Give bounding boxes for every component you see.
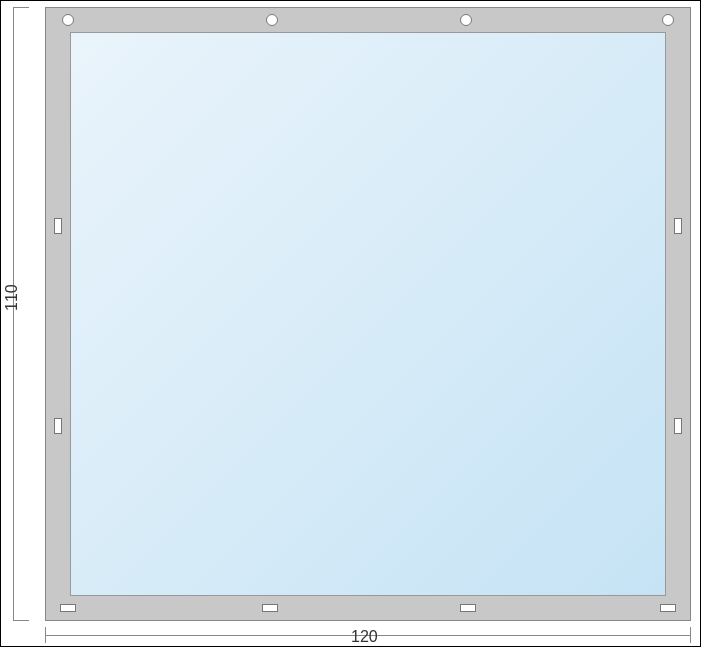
dimension-width-label: 120 — [351, 628, 378, 646]
mount-slot-bottom-3 — [460, 604, 476, 612]
mount-hole-top-3 — [460, 14, 472, 26]
mount-slot-right-2 — [674, 418, 682, 434]
drawing-canvas: 110 120 — [1, 1, 700, 646]
mount-slot-bottom-1 — [60, 604, 76, 612]
mount-slot-left-2 — [54, 418, 62, 434]
mount-hole-top-4 — [662, 14, 674, 26]
window-frame — [45, 7, 691, 621]
mount-slot-right-1 — [674, 218, 682, 234]
dimension-line-vertical — [13, 7, 14, 621]
mount-hole-top-1 — [62, 14, 74, 26]
mount-slot-bottom-2 — [262, 604, 278, 612]
mount-slot-left-1 — [54, 218, 62, 234]
mount-slot-bottom-4 — [660, 604, 676, 612]
mount-hole-top-2 — [266, 14, 278, 26]
dimension-height-label: 110 — [3, 284, 21, 311]
glass-pane — [70, 32, 666, 596]
